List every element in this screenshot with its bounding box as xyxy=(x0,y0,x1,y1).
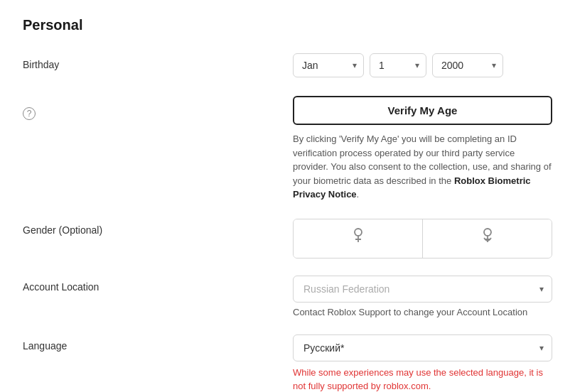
female-icon xyxy=(479,227,496,251)
language-select-wrapper: Русский* English Español Français Deutsc… xyxy=(293,334,552,361)
birthday-row: Birthday JanFebMarApr MayJunJulAug SepOc… xyxy=(23,53,552,79)
personal-settings-page: Personal Birthday JanFebMarApr MayJunJul… xyxy=(0,0,575,392)
help-icon[interactable]: ? xyxy=(23,107,36,120)
month-select[interactable]: JanFebMarApr MayJunJulAug SepOctNovDec xyxy=(293,53,364,77)
account-location-controls: Russian Federation ▾ Contact Roblox Supp… xyxy=(293,276,552,317)
day-select-wrapper: 12345 678910 1112131415 1617181920 21222… xyxy=(370,53,426,77)
year-select[interactable]: 2000199919981997 1996199519901985 198019… xyxy=(432,53,503,77)
verify-age-description: By clicking 'Verify My Age' you will be … xyxy=(293,132,552,202)
verify-age-button[interactable]: Verify My Age xyxy=(293,96,552,125)
year-select-wrapper: 2000199919981997 1996199519901985 198019… xyxy=(432,53,503,77)
account-location-row: Account Location Russian Federation ▾ Co… xyxy=(23,276,552,317)
language-controls: Русский* English Español Français Deutsc… xyxy=(293,334,552,393)
birthday-label: Birthday xyxy=(23,53,293,70)
account-location-helper: Contact Roblox Support to change your Ac… xyxy=(293,307,552,317)
svg-point-3 xyxy=(484,229,491,236)
day-select[interactable]: 12345 678910 1112131415 1617181920 21222… xyxy=(370,53,426,77)
account-location-label: Account Location xyxy=(23,276,293,293)
gender-male-button[interactable] xyxy=(294,219,423,258)
gender-row: Gender (Optional) xyxy=(23,219,552,258)
verify-age-label-col: ? xyxy=(23,96,293,120)
account-location-select[interactable]: Russian Federation xyxy=(293,276,552,303)
gender-female-button[interactable] xyxy=(423,219,552,258)
language-label: Language xyxy=(23,334,293,352)
month-select-wrapper: JanFebMarApr MayJunJulAug SepOctNovDec ▾ xyxy=(293,53,364,77)
language-row: Language Русский* English Español França… xyxy=(23,334,552,393)
verify-age-row: ? Verify My Age By clicking 'Verify My A… xyxy=(23,96,552,202)
birthday-selects: JanFebMarApr MayJunJulAug SepOctNovDec ▾… xyxy=(293,53,552,77)
svg-point-0 xyxy=(355,229,362,236)
language-warning: While some experiences may use the selec… xyxy=(293,366,552,393)
account-location-select-wrapper: Russian Federation ▾ xyxy=(293,276,552,303)
male-icon xyxy=(350,227,367,251)
language-select[interactable]: Русский* English Español Français Deutsc… xyxy=(293,334,552,361)
gender-buttons xyxy=(293,219,552,258)
section-title: Personal xyxy=(23,17,552,33)
birthday-controls: JanFebMarApr MayJunJulAug SepOctNovDec ▾… xyxy=(293,53,552,77)
gender-label: Gender (Optional) xyxy=(23,219,293,236)
verify-age-controls: Verify My Age By clicking 'Verify My Age… xyxy=(293,96,552,202)
gender-controls xyxy=(293,219,552,258)
